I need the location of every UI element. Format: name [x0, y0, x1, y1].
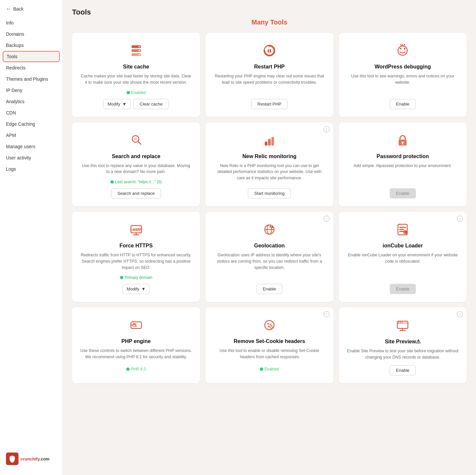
svg-point-51: [398, 322, 399, 323]
restart-php-title: Restart PHP: [254, 64, 285, 70]
wordpress-debugging-title: WordPress debugging: [375, 64, 431, 70]
sidebar: ← Back InfoDomainsBackupsToolsRedirectsT…: [0, 0, 63, 475]
site-cache-modify-button[interactable]: Modify▼: [103, 99, 131, 109]
site-preview-title: Site Preview⚠: [385, 338, 420, 345]
sidebar-logo: crunchify.com: [0, 446, 62, 468]
logo-brand: crunchify.com: [20, 456, 50, 461]
sidebar-item-apm[interactable]: APM: [0, 130, 62, 141]
site-cache-actions: Modify▼Clear cache: [103, 99, 169, 109]
tool-card-ioncube: i i ionCube LoaderEnable ionCube Loader …: [339, 212, 467, 302]
ioncube-title: ionCube Loader: [382, 243, 423, 249]
new-relic-title: New Relic monitoring: [242, 153, 297, 159]
site-preview-actions: Enable: [390, 365, 416, 375]
sidebar-item-user-activity[interactable]: User activity: [0, 152, 62, 163]
back-label: Back: [13, 6, 23, 12]
search-replace-action-button[interactable]: Search and replace: [111, 188, 161, 198]
php-engine-status: PHP 8.3: [126, 367, 145, 371]
info-icon[interactable]: i: [457, 311, 463, 317]
force-https-status: Primary domain: [120, 275, 152, 280]
password-protection-desc: Add simple .htpasswd protection to your …: [354, 163, 452, 184]
php-engine-icon: </>: [128, 317, 145, 334]
force-https-icon: HTTP HTTPS: [128, 221, 145, 238]
site-cache-desc: Cache makes your site load faster by sto…: [80, 73, 192, 86]
new-relic-desc: New Relic is a PHP monitoring tool you c…: [213, 163, 325, 184]
sidebar-item-edge-caching[interactable]: Edge Caching: [0, 118, 62, 130]
svg-rect-8: [268, 49, 269, 53]
svg-rect-21: [271, 137, 274, 146]
sidebar-item-redirects[interactable]: Redirects: [0, 62, 62, 73]
site-preview-action-button[interactable]: Enable: [390, 365, 416, 375]
force-https-desc: Redirects traffic from HTTP to HTTPS for…: [80, 252, 192, 271]
svg-point-18: [134, 137, 137, 141]
ioncube-enable-button[interactable]: Enable: [390, 284, 416, 294]
svg-point-12: [404, 48, 406, 50]
wordpress-debugging-action-button[interactable]: Enable: [390, 99, 416, 109]
password-protection-icon: [394, 132, 411, 149]
modify-label: Modify: [107, 102, 120, 107]
svg-rect-24: [402, 143, 403, 145]
ioncube-actions: Enable: [390, 284, 416, 294]
new-relic-action-button[interactable]: Start monitoring: [248, 188, 291, 198]
sidebar-item-manage-users[interactable]: Manage users: [0, 141, 62, 152]
site-cache-clear-button[interactable]: Clear cache: [134, 99, 169, 109]
site-preview-desc: Enable Site Preview to test your site be…: [347, 348, 459, 361]
info-icon[interactable]: i: [324, 126, 330, 132]
force-https-title: Force HTTPS: [119, 243, 152, 249]
php-engine-desc: Use these controls to switch between dif…: [80, 348, 192, 362]
sidebar-item-themes-plugins[interactable]: Themes and Plugins: [0, 73, 62, 85]
sidebar-item-analytics[interactable]: Analytics: [0, 96, 62, 107]
sidebar-item-domains[interactable]: Domains: [0, 28, 62, 40]
svg-point-11: [400, 48, 402, 50]
sidebar-item-logs[interactable]: Logs: [0, 163, 62, 175]
wordpress-debugging-desc: Use this tool to see warnings, errors an…: [347, 73, 459, 94]
site-cache-icon: [128, 42, 145, 59]
geolocation-action-button[interactable]: Enable: [257, 284, 282, 294]
svg-point-43: [267, 323, 269, 324]
chevron-down-icon: ▼: [122, 102, 127, 107]
sidebar-item-tools[interactable]: Tools: [3, 51, 60, 62]
info-icon[interactable]: i: [324, 311, 330, 317]
php-engine-title: PHP engine: [121, 338, 151, 344]
sidebar-item-info[interactable]: Info: [0, 17, 62, 28]
svg-text:HTTPS: HTTPS: [132, 229, 140, 232]
svg-point-3: [139, 46, 140, 47]
tool-card-restart-php: Restart PHPRestarting your PHP engine ma…: [205, 33, 333, 117]
modify-label: Modify: [127, 286, 139, 291]
search-replace-icon: [128, 132, 145, 149]
sidebar-item-cdn[interactable]: CDN: [0, 107, 62, 118]
svg-line-14: [401, 44, 401, 45]
info-icon[interactable]: i: [457, 216, 463, 222]
geolocation-icon: [261, 221, 278, 238]
geolocation-desc: Geolocation uses IP address to identify …: [213, 252, 325, 279]
svg-rect-34: [399, 229, 404, 230]
ioncube-icon: i: [394, 221, 411, 238]
site-preview-icon: [394, 317, 411, 334]
svg-rect-20: [268, 139, 271, 146]
svg-point-5: [139, 54, 140, 55]
page-title: Tools: [72, 8, 467, 17]
back-button[interactable]: ← Back: [0, 6, 62, 17]
svg-point-36: [403, 230, 407, 234]
info-icon[interactable]: i: [324, 216, 330, 222]
new-relic-icon: [261, 132, 278, 149]
sidebar-item-backups[interactable]: Backups: [0, 40, 62, 51]
tool-card-php-engine: </> PHP engineUse these controls to swit…: [72, 307, 200, 383]
svg-point-52: [400, 322, 401, 323]
tool-card-site-cache: Site cacheCache makes your site load fas…: [72, 33, 200, 117]
wordpress-debugging-actions: Enable: [390, 99, 416, 109]
force-https-modify-button[interactable]: Modify▼: [122, 284, 150, 294]
search-replace-actions: Search and replace: [111, 188, 161, 198]
svg-point-10: [398, 46, 407, 55]
svg-line-15: [404, 44, 405, 45]
back-arrow-icon: ←: [6, 6, 11, 12]
logo-text-container: crunchify.com: [20, 456, 50, 461]
site-cache-title: Site cache: [123, 64, 149, 70]
svg-point-45: [268, 326, 269, 327]
svg-rect-9: [270, 49, 271, 53]
tool-card-site-preview: i Site Preview⚠Enable Site Preview to te…: [339, 307, 467, 383]
password-protection-enable-button[interactable]: Enable: [390, 188, 416, 198]
restart-php-action-button[interactable]: Restart PHP: [251, 99, 288, 109]
search-replace-desc: Use this tool to replace any value in yo…: [80, 163, 192, 175]
sidebar-item-ip-deny[interactable]: IP Deny: [0, 85, 62, 96]
site-cache-status: Enabled: [127, 90, 146, 95]
